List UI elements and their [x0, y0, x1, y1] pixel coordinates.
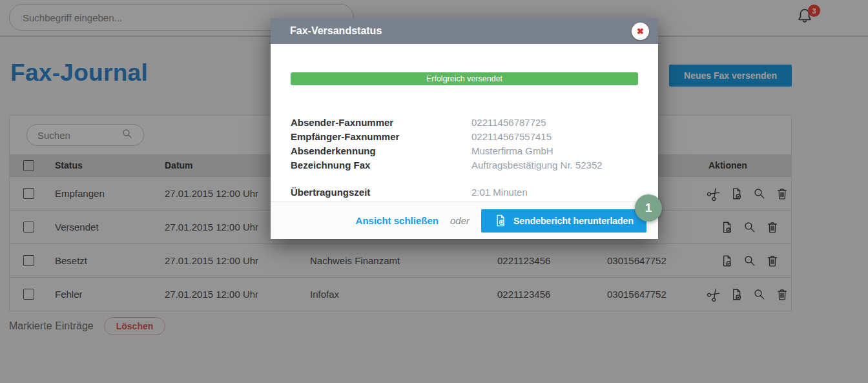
- modal-footer: Ansicht schließen oder Sendebericht heru…: [271, 202, 658, 239]
- field-value: 2:01 Minuten: [471, 187, 528, 198]
- close-view-link[interactable]: Ansicht schließen: [356, 215, 439, 226]
- download-document-icon: [494, 214, 508, 227]
- modal-fields: Absender-Faxnummer 02211456787725 Empfän…: [291, 115, 638, 199]
- modal-title: Fax-Versandstatus: [290, 25, 382, 37]
- status-banner: Erfolgreich versendet: [291, 72, 638, 85]
- field-label: Übertragungszeit: [291, 187, 471, 198]
- field-value: 022114567557415: [471, 131, 552, 142]
- field-value: Auftragsbestätigung Nr. 52352: [471, 160, 603, 171]
- field-value: 02211456787725: [471, 117, 546, 128]
- download-button-label: Sendebericht herunterladen: [513, 216, 634, 226]
- close-icon[interactable]: ✖: [632, 23, 649, 40]
- field-label: Bezeichnung Fax: [291, 160, 471, 171]
- field-label: Empfänger-Faxnummer: [291, 131, 471, 142]
- modal-header: Fax-Versandstatus ✖: [271, 18, 658, 44]
- field-label: Absenderkennung: [291, 145, 471, 156]
- fax-status-modal: Fax-Versandstatus ✖ Erfolgreich versende…: [271, 18, 658, 239]
- field-label: Absender-Faxnummer: [291, 117, 471, 128]
- oder-text: oder: [450, 215, 470, 226]
- field-value: Musterfirma GmbH: [471, 145, 553, 156]
- annotation-badge-1: 1: [635, 194, 662, 222]
- download-report-button[interactable]: Sendebericht herunterladen: [481, 209, 646, 233]
